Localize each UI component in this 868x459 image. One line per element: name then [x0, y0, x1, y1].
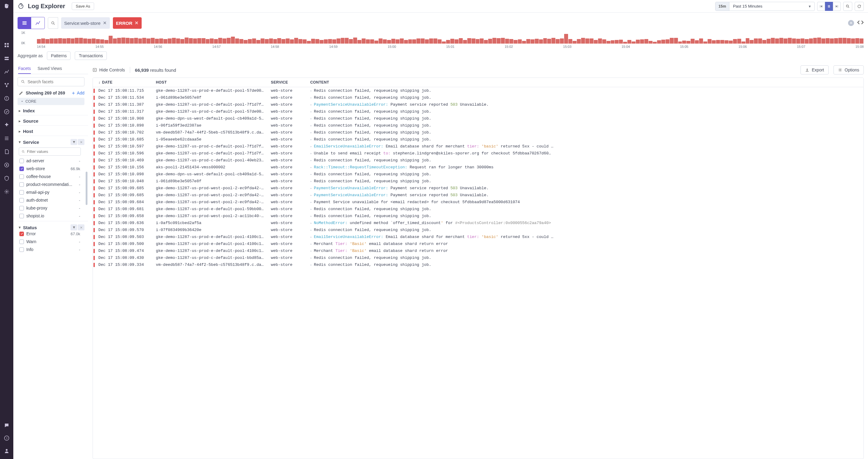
refresh-button[interactable] — [855, 2, 864, 11]
histogram-bar[interactable] — [83, 38, 87, 43]
facet-item[interactable]: Info- — [19, 246, 81, 253]
histogram-bar[interactable] — [763, 40, 766, 43]
facet-item[interactable]: Warn- — [19, 238, 81, 245]
histogram-bar[interactable] — [387, 40, 391, 43]
histogram-bar[interactable] — [416, 38, 421, 43]
histogram-bar[interactable] — [67, 38, 70, 43]
histogram-bar[interactable] — [771, 38, 775, 43]
log-row[interactable]: Dec 17 15:08:10.908gke-demo-dpn-us-west-… — [93, 115, 864, 122]
histogram-bar[interactable] — [661, 40, 665, 43]
histogram-bar[interactable] — [632, 41, 636, 43]
tab-saved-views[interactable]: Saved Views — [37, 64, 62, 74]
histogram-bar[interactable] — [358, 40, 361, 43]
histogram-bar[interactable] — [539, 39, 543, 43]
histogram-bar[interactable] — [471, 38, 475, 43]
histogram-bar[interactable] — [163, 39, 167, 43]
histogram-bar[interactable] — [640, 39, 644, 43]
histogram-bar[interactable] — [509, 39, 513, 43]
histogram-bar[interactable] — [484, 40, 488, 43]
histogram-bar[interactable] — [438, 39, 441, 43]
step-forward-button[interactable] — [833, 2, 841, 11]
histogram-bar[interactable] — [202, 38, 206, 43]
histogram-bar[interactable] — [598, 38, 602, 43]
histogram-bar[interactable] — [531, 39, 534, 43]
histogram-bar[interactable] — [396, 39, 400, 43]
histogram-bar[interactable] — [813, 38, 817, 43]
histogram-bar[interactable] — [370, 39, 374, 43]
log-row[interactable]: Dec 17 15:08:09.503gke-demo-11287-us-pro… — [93, 234, 864, 240]
histogram-bar[interactable] — [556, 39, 560, 43]
histogram-bar[interactable] — [197, 38, 201, 43]
histogram-bar[interactable] — [451, 39, 454, 43]
histogram-bar[interactable] — [585, 38, 589, 43]
histogram-bar[interactable] — [315, 39, 319, 43]
histogram-bar[interactable] — [611, 40, 615, 43]
histogram-bar[interactable] — [518, 39, 522, 43]
log-row[interactable]: Dec 17 15:08:09.658gke-demo-11287-us-pro… — [93, 213, 864, 219]
clear-query-button[interactable]: ✕ — [848, 20, 854, 26]
histogram-bar[interactable] — [134, 38, 138, 43]
histogram-bar[interactable] — [746, 38, 750, 43]
add-facet-button[interactable]: Add — [71, 91, 85, 95]
log-row[interactable]: Dec 17 15:08:10.685i-05eaeebe62cdaaa5ewe… — [93, 136, 864, 143]
histogram-bar[interactable] — [497, 38, 501, 43]
histogram-bar[interactable] — [113, 38, 117, 43]
histogram-bar[interactable] — [459, 38, 463, 43]
checkbox[interactable] — [19, 174, 24, 179]
facet-item[interactable]: auth-dotnet- — [19, 197, 81, 204]
histogram-bar[interactable] — [324, 39, 328, 43]
histogram-bar[interactable] — [429, 38, 433, 43]
histogram-bar[interactable] — [239, 39, 243, 43]
histogram-bar[interactable] — [96, 39, 100, 43]
histogram-bar[interactable] — [58, 38, 62, 43]
histogram-bar[interactable] — [463, 40, 467, 43]
histogram-bar[interactable] — [535, 39, 539, 43]
histogram-bar[interactable] — [851, 38, 855, 43]
log-row[interactable]: Dec 17 15:08:11.317gke-demo-11287-us-pro… — [93, 108, 864, 115]
nav-security-icon[interactable] — [4, 176, 9, 182]
log-row[interactable]: Dec 17 15:08:10.156aks-pool1-21451434-vm… — [93, 164, 864, 171]
pause-button[interactable] — [825, 2, 833, 11]
histogram-chart[interactable]: 1K 0K 14:5414:5514:5614:5714:5814:5915:0… — [13, 29, 868, 49]
histogram-bar[interactable] — [265, 39, 269, 43]
histogram-bar[interactable] — [644, 39, 648, 43]
histogram-bar[interactable] — [695, 40, 699, 43]
histogram-bar[interactable] — [433, 38, 437, 43]
facet-group-source[interactable]: ▸Source — [18, 115, 88, 125]
histogram-bar[interactable] — [256, 40, 260, 43]
histogram-bar[interactable] — [703, 41, 707, 43]
histogram-bar[interactable] — [311, 39, 315, 43]
nav-dashboards-icon[interactable] — [4, 42, 9, 49]
facet-item[interactable]: ad-server- — [19, 157, 81, 164]
histogram-bar[interactable] — [708, 39, 712, 43]
histogram-bar[interactable] — [754, 38, 758, 43]
histogram-bar[interactable] — [88, 39, 91, 43]
facet-group-status-header[interactable]: ▾Status — [19, 224, 85, 231]
histogram-bar[interactable] — [724, 40, 728, 43]
histogram-bar[interactable] — [281, 39, 285, 43]
column-content[interactable]: CONTENT — [307, 78, 864, 87]
log-row[interactable]: Dec 17 15:08:09.430gke-demo-11287-us-pro… — [93, 254, 864, 261]
histogram-bar[interactable] — [855, 38, 859, 43]
histogram-bar[interactable] — [551, 38, 555, 43]
checkbox[interactable] — [19, 240, 24, 244]
histogram-bar[interactable] — [328, 39, 332, 43]
histogram-bar[interactable] — [674, 38, 678, 43]
histogram-bar[interactable] — [767, 39, 771, 43]
histogram-bar[interactable] — [788, 38, 792, 43]
histogram-bar[interactable] — [699, 38, 703, 43]
histogram-bar[interactable] — [758, 38, 762, 43]
time-range-selector[interactable]: 15m Past 15 Minutes ▼ — [715, 2, 815, 11]
column-date[interactable]: ↓DATE — [95, 78, 153, 87]
facet-item[interactable]: email-api-py- — [19, 189, 81, 195]
log-table[interactable]: ↓DATE HOST SERVICE CONTENT Dec 17 15:08:… — [93, 78, 864, 459]
facet-filter-icon[interactable] — [70, 139, 77, 145]
facet-item[interactable]: web-store66.9k — [19, 165, 81, 172]
histogram-bar[interactable] — [712, 40, 716, 43]
step-back-button[interactable] — [817, 2, 825, 11]
nav-logs-icon[interactable] — [4, 135, 9, 142]
histogram-bar[interactable] — [252, 38, 256, 43]
search-facets-input[interactable] — [18, 77, 85, 86]
histogram-bar[interactable] — [742, 41, 745, 43]
facet-clear-icon[interactable] — [78, 224, 85, 231]
